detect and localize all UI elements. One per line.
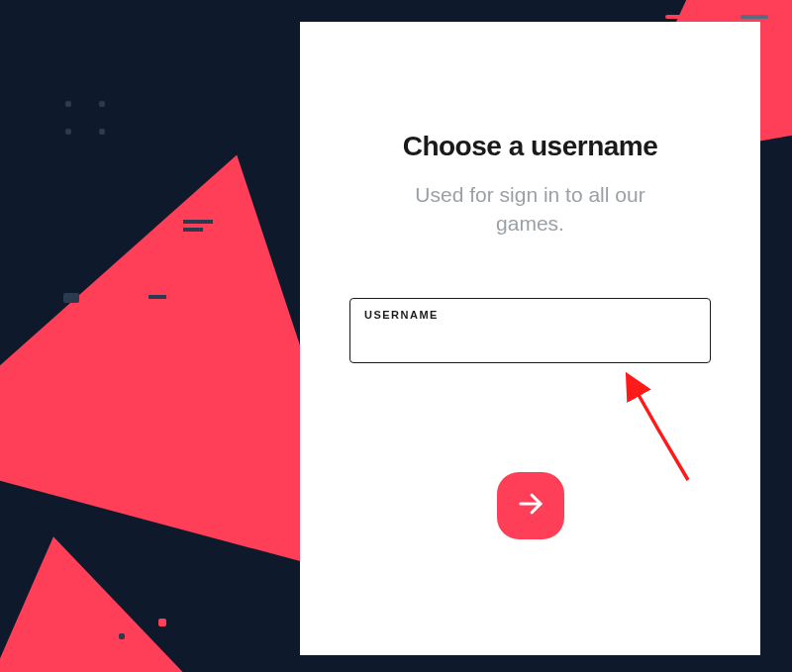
username-label: USERNAME	[364, 309, 696, 321]
progress-step-3	[741, 15, 768, 19]
arrow-right-icon	[516, 489, 545, 522]
progress-step-2	[703, 15, 731, 19]
progress-step-1	[665, 15, 693, 19]
signup-card: Choose a username Used for sign in to al…	[300, 22, 760, 655]
next-button[interactable]	[497, 472, 564, 539]
progress-indicators	[665, 15, 768, 19]
username-field[interactable]	[364, 325, 696, 342]
username-input-wrap[interactable]: USERNAME	[349, 298, 711, 363]
page-title: Choose a username	[349, 131, 711, 162]
page-subtitle: Used for sign in to all our games.	[349, 180, 711, 239]
